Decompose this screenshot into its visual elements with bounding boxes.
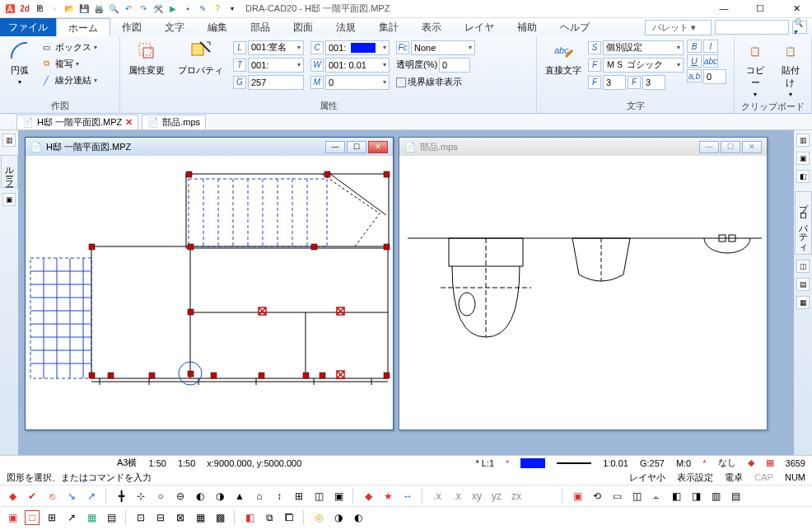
- tool-icon[interactable]: ⊟: [153, 510, 168, 525]
- arc-button[interactable]: 円弧 ▾: [5, 38, 35, 87]
- tool-icon[interactable]: ▥: [708, 489, 723, 504]
- transparency-field[interactable]: 0: [439, 58, 470, 73]
- qat-settings-icon[interactable]: ✎: [196, 2, 209, 16]
- tool-icon[interactable]: ⊞: [292, 489, 306, 504]
- tool-icon[interactable]: ◫: [629, 489, 644, 504]
- paper-size[interactable]: A3横: [117, 457, 137, 469]
- strip-icon[interactable]: ▣: [2, 193, 16, 206]
- tool-icon[interactable]: ↗: [64, 510, 79, 525]
- tool-icon[interactable]: ▣: [331, 489, 346, 504]
- tab-law[interactable]: 法規: [324, 18, 367, 36]
- prop-S[interactable]: S: [588, 41, 601, 54]
- tab-sum[interactable]: 集計: [367, 18, 410, 36]
- hide-border-checkbox[interactable]: [396, 77, 406, 87]
- min-icon[interactable]: —: [325, 141, 345, 153]
- tool-icon[interactable]: ⎋: [44, 489, 59, 504]
- close-icon[interactable]: ✕: [368, 141, 388, 153]
- tool-icon[interactable]: .x: [450, 489, 464, 504]
- tab-home[interactable]: ホーム: [56, 18, 110, 36]
- tool-icon[interactable]: ▦: [84, 510, 99, 525]
- tool-icon[interactable]: ▣: [570, 489, 585, 504]
- status-ratio[interactable]: 1:0.01: [603, 458, 628, 468]
- clip-paste-button[interactable]: 📋 貼付け▾: [775, 38, 807, 100]
- tool-icon[interactable]: ◫: [311, 489, 326, 504]
- strip-icon[interactable]: ▤: [796, 278, 810, 291]
- tool-icon[interactable]: ▩: [212, 510, 227, 525]
- tool-icon[interactable]: ▲: [232, 489, 247, 504]
- text-last-field[interactable]: 0: [703, 69, 726, 84]
- prop-S-field[interactable]: 個別設定▾: [603, 40, 684, 55]
- prop-Fc[interactable]: Fc: [396, 41, 409, 54]
- tool-icon[interactable]: ⊠: [173, 510, 188, 525]
- max-icon[interactable]: ☐: [721, 141, 740, 153]
- tab-help[interactable]: ヘルプ: [548, 18, 601, 36]
- qat-save-icon[interactable]: 💾: [77, 2, 91, 16]
- tool-icon[interactable]: ⊡: [133, 510, 148, 525]
- prop-L-field[interactable]: 001:室名▾: [248, 40, 304, 55]
- prop-W[interactable]: W: [310, 59, 324, 72]
- qat-undo-icon[interactable]: ↶: [122, 2, 135, 16]
- tool-icon[interactable]: ◑: [331, 510, 346, 525]
- tool-icon[interactable]: ↔: [400, 489, 415, 504]
- strip-icon[interactable]: ▥: [2, 134, 16, 147]
- tool-icon[interactable]: ⧉: [262, 510, 277, 525]
- tool-icon[interactable]: ◐: [193, 489, 208, 504]
- mdi-titlebar[interactable]: 📄 H邸 一階平面図.MPZ —☐✕: [26, 138, 393, 156]
- ab-button[interactable]: a,b: [687, 69, 702, 82]
- underline-button[interactable]: U: [687, 54, 702, 68]
- tool-icon[interactable]: ↘: [64, 489, 79, 504]
- prop-T[interactable]: T: [233, 59, 246, 72]
- drawing-canvas-2[interactable]: [399, 156, 767, 429]
- calculator[interactable]: 電卓: [725, 471, 743, 484]
- property-tab[interactable]: プロパティ: [795, 191, 812, 255]
- qat-icon[interactable]: ▪: [181, 2, 194, 16]
- tool-icon[interactable]: ▭: [609, 489, 624, 504]
- display-settings[interactable]: 表示設定: [677, 471, 713, 484]
- prop-L[interactable]: L: [233, 41, 246, 54]
- strip-icon[interactable]: ▣: [796, 152, 810, 165]
- tool-icon[interactable]: yz: [489, 489, 504, 504]
- qat-icon[interactable]: ▶: [166, 2, 180, 16]
- prop-T-field[interactable]: 001:▾: [248, 58, 304, 73]
- tool-icon[interactable]: ⊖: [173, 489, 188, 504]
- tool-icon[interactable]: ◧: [242, 510, 257, 525]
- prop-W-field[interactable]: 001: 0.01▾: [325, 58, 390, 73]
- tool-icon[interactable]: ◧: [669, 489, 684, 504]
- qat-help-icon[interactable]: ?: [211, 2, 224, 16]
- attr-change-button[interactable]: 属性変更: [125, 38, 168, 78]
- prop-C-field[interactable]: 001:▾: [325, 40, 390, 55]
- prop-C[interactable]: C: [310, 41, 324, 54]
- file-tab[interactable]: ファイル: [0, 18, 56, 36]
- ruler-tab[interactable]: ルーラー: [1, 155, 18, 188]
- status-none[interactable]: なし: [718, 457, 736, 469]
- grid-icon[interactable]: ▦: [766, 457, 774, 468]
- tool-icon[interactable]: ★: [380, 489, 395, 504]
- color-swatch[interactable]: [520, 458, 545, 468]
- close-icon[interactable]: ✕: [125, 117, 133, 128]
- prop-F3[interactable]: F: [628, 76, 641, 89]
- status-m[interactable]: M:0: [676, 458, 691, 468]
- tab-layer[interactable]: レイヤ: [453, 18, 506, 36]
- tool-icon[interactable]: xy: [469, 489, 484, 504]
- copy-button[interactable]: ⧉複写▾: [38, 56, 99, 71]
- tool-icon[interactable]: ▤: [104, 510, 119, 525]
- prop-F-field[interactable]: ＭＳ ゴシック▾: [603, 58, 684, 73]
- drawing-canvas-1[interactable]: [26, 156, 393, 429]
- min-icon[interactable]: —: [699, 141, 719, 153]
- tool-icon[interactable]: ▦: [193, 510, 208, 525]
- qat-new-icon[interactable]: ▫️: [48, 2, 61, 16]
- status-g[interactable]: G:257: [640, 458, 665, 468]
- minimize-button[interactable]: —: [712, 3, 736, 14]
- bold-button[interactable]: B: [687, 40, 702, 53]
- tool-icon[interactable]: ✔: [25, 489, 40, 504]
- tool-icon[interactable]: ◎: [311, 510, 326, 525]
- prop-M[interactable]: M: [310, 76, 324, 89]
- tool-icon[interactable]: .x: [430, 489, 445, 504]
- search-button[interactable]: 🔍▾: [792, 21, 807, 34]
- tool-icon[interactable]: ▣: [5, 510, 20, 525]
- tool-icon[interactable]: ↕: [272, 489, 287, 504]
- palette-dropdown[interactable]: パレット ▾: [645, 20, 712, 35]
- tab-view[interactable]: 表示: [410, 18, 453, 36]
- clip-copy-button[interactable]: 📋 コピー▾: [740, 38, 772, 100]
- qat-preview-icon[interactable]: 🔍: [107, 2, 120, 16]
